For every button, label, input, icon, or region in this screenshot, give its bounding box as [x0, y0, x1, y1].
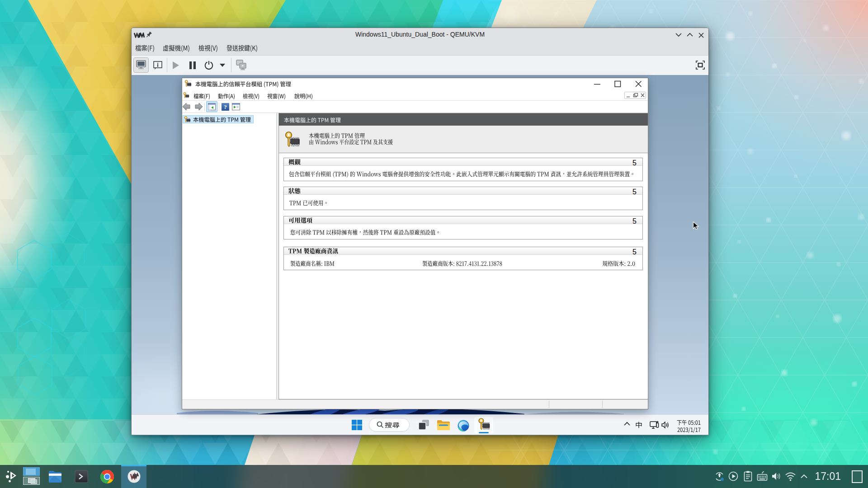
svg-text:?: ?: [224, 103, 227, 110]
